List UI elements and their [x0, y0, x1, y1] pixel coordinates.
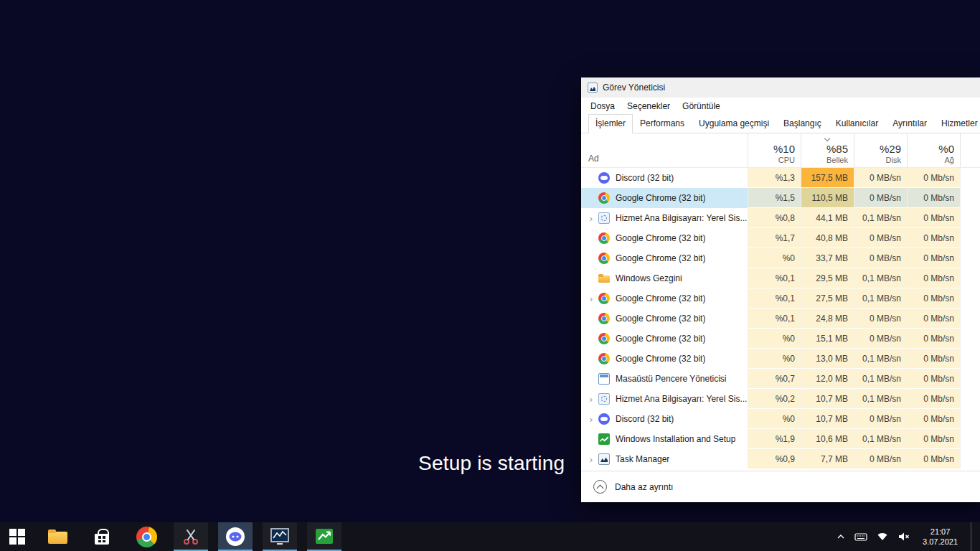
- cpu-cell: %0: [748, 329, 801, 349]
- memory-cell: 33,7 MB: [801, 248, 854, 268]
- tab-2[interactable]: Performans: [633, 114, 692, 133]
- taskbar-task-manager[interactable]: [263, 522, 297, 551]
- setup-app-icon: [315, 527, 334, 546]
- process-name: Google Chrome (32 bit): [616, 334, 705, 344]
- fewer-details-label: Daha az ayrıntı: [615, 482, 673, 492]
- taskbar-setup-app[interactable]: [307, 522, 341, 551]
- process-row[interactable]: › Hizmet Ana Bilgisayarı: Yerel Sis... %…: [581, 389, 980, 409]
- menu-seçenekler[interactable]: Seçenekler: [627, 101, 670, 111]
- windows-start-icon: [9, 529, 25, 545]
- network-cell: 0 Mb/sn: [907, 288, 960, 309]
- expand-chevron-icon[interactable]: ›: [585, 454, 597, 465]
- show-desktop-button[interactable]: [971, 522, 974, 551]
- process-row[interactable]: Windows Installation and Setup %1,9 10,6…: [581, 429, 980, 449]
- hidden-icons-chevron-icon[interactable]: [837, 522, 845, 551]
- process-name-cell: Google Chrome (32 bit): [581, 188, 748, 208]
- row-filler: [960, 228, 980, 248]
- memory-cell: 10,7 MB: [801, 389, 854, 409]
- memory-cell: 13,0 MB: [801, 349, 854, 369]
- column-header-name[interactable]: Ad: [581, 133, 748, 167]
- process-name-cell: › Hizmet Ana Bilgisayarı: Yerel Sis...: [581, 208, 748, 228]
- tab-4[interactable]: Başlangıç: [776, 114, 829, 133]
- fewer-details-button[interactable]: [593, 480, 607, 494]
- chevron-up-icon: [597, 485, 604, 492]
- disk-cell: 0 MB/sn: [854, 409, 907, 429]
- cpu-cell: %1,5: [748, 188, 801, 208]
- process-row[interactable]: Google Chrome (32 bit) %1,5 110,5 MB 0 M…: [581, 188, 980, 208]
- process-row[interactable]: Google Chrome (32 bit) %1,7 40,8 MB 0 MB…: [581, 228, 980, 248]
- column-header-cpu[interactable]: %10CPU: [748, 133, 801, 167]
- process-name-cell: › Discord (32 bit): [581, 409, 748, 429]
- tab-7[interactable]: Hizmetler: [934, 114, 980, 133]
- start-button[interactable]: [0, 522, 34, 551]
- process-row[interactable]: Google Chrome (32 bit) %0 15,1 MB 0 MB/s…: [581, 329, 980, 349]
- process-name: Hizmet Ana Bilgisayarı: Yerel Sis...: [616, 394, 747, 404]
- process-row[interactable]: › Google Chrome (32 bit) %0,1 27,5 MB 0,…: [581, 288, 980, 309]
- window-title: Görev Yöneticisi: [603, 83, 665, 93]
- menu-görüntüle[interactable]: Görüntüle: [682, 101, 720, 111]
- title-bar[interactable]: Görev Yöneticisi: [581, 77, 980, 98]
- process-row[interactable]: › Hizmet Ana Bilgisayarı: Yerel Sis... %…: [581, 208, 980, 228]
- discord-icon: [225, 527, 245, 547]
- taskbar-file-explorer[interactable]: [40, 522, 75, 551]
- task-manager-icon: [270, 527, 289, 546]
- disk-cell: 0,1 MB/sn: [854, 389, 907, 409]
- tab-1[interactable]: İşlemler: [588, 114, 633, 133]
- sort-indicator-icon: [824, 136, 829, 141]
- process-row[interactable]: Google Chrome (32 bit) %0 13,0 MB 0,1 MB…: [581, 349, 980, 369]
- taskbar-microsoft-store[interactable]: [85, 522, 119, 551]
- process-row[interactable]: Google Chrome (32 bit) %0,1 24,8 MB 0 MB…: [581, 309, 980, 329]
- row-filler: [960, 409, 980, 429]
- network-cell: 0 Mb/sn: [907, 168, 960, 188]
- process-row[interactable]: › Task Manager %0,9 7,7 MB 0 MB/sn 0 Mb/…: [581, 449, 980, 469]
- task-manager-icon: [588, 83, 598, 93]
- tab-6[interactable]: Ayrıntılar: [885, 114, 934, 133]
- row-filler: [960, 429, 980, 449]
- row-filler: [960, 349, 980, 369]
- process-row[interactable]: Masaüstü Pencere Yöneticisi %0,7 12,0 MB…: [581, 369, 980, 389]
- memory-cell: 40,8 MB: [801, 228, 854, 248]
- process-row[interactable]: Windows Gezgini %0,1 29,5 MB 0,1 MB/sn 0…: [581, 268, 980, 288]
- process-name-cell: Google Chrome (32 bit): [581, 309, 748, 329]
- memory-cell: 24,8 MB: [801, 309, 854, 329]
- taskbar-chrome[interactable]: [129, 522, 164, 551]
- disk-cell: 0 MB/sn: [854, 228, 907, 248]
- setup-icon: [598, 433, 610, 445]
- column-header-disk[interactable]: %29Disk: [854, 133, 907, 167]
- network-cell: 0 Mb/sn: [907, 389, 960, 409]
- cpu-cell: %0: [748, 248, 801, 268]
- taskbar-snipping-tool[interactable]: [174, 522, 208, 551]
- taskbar-discord[interactable]: [218, 522, 253, 551]
- disk-cell: 0,1 MB/sn: [854, 369, 907, 389]
- process-row[interactable]: › Discord (32 bit) %0 10,7 MB 0 MB/sn 0 …: [581, 409, 980, 429]
- menu-dosya[interactable]: Dosya: [590, 101, 615, 111]
- process-row[interactable]: Discord (32 bit) %1,3 157,5 MB 0 MB/sn 0…: [581, 168, 980, 188]
- network-cell: 0 Mb/sn: [907, 188, 960, 208]
- volume-muted-icon[interactable]: [897, 522, 910, 551]
- expand-chevron-icon[interactable]: ›: [585, 293, 597, 304]
- chrome-icon: [598, 293, 610, 304]
- taskbar-clock[interactable]: 21:07 3.07.2021: [919, 527, 961, 547]
- system-tray: 21:07 3.07.2021: [837, 522, 980, 551]
- tab-5[interactable]: Kullanıcılar: [829, 114, 885, 133]
- process-name-cell: Discord (32 bit): [581, 168, 748, 188]
- disk-cell: 0,1 MB/sn: [854, 429, 907, 449]
- column-header-ağ[interactable]: %0Ağ: [907, 133, 960, 167]
- expand-chevron-icon[interactable]: ›: [585, 394, 597, 405]
- tab-strip: İşlemlerPerformansUygulama geçmişiBaşlan…: [581, 114, 980, 133]
- network-icon[interactable]: [877, 522, 888, 551]
- expand-chevron-icon[interactable]: ›: [585, 213, 597, 224]
- tab-3[interactable]: Uygulama geçmişi: [692, 114, 776, 133]
- clock-date: 3.07.2021: [923, 537, 958, 547]
- touch-keyboard-icon[interactable]: [854, 522, 867, 551]
- expand-chevron-icon[interactable]: ›: [585, 414, 597, 425]
- cpu-cell: %0,2: [748, 389, 801, 409]
- snipping-tool-icon: [182, 527, 200, 546]
- cpu-cell: %0: [748, 349, 801, 369]
- column-header-bellek[interactable]: %85Bellek: [801, 133, 854, 167]
- menu-bar: DosyaSeçeneklerGörüntüle: [581, 98, 980, 114]
- network-cell: 0 Mb/sn: [907, 228, 960, 248]
- process-row[interactable]: Google Chrome (32 bit) %0 33,7 MB 0 MB/s…: [581, 248, 980, 268]
- disk-cell: 0 MB/sn: [854, 188, 907, 208]
- process-name-cell: Google Chrome (32 bit): [581, 349, 748, 369]
